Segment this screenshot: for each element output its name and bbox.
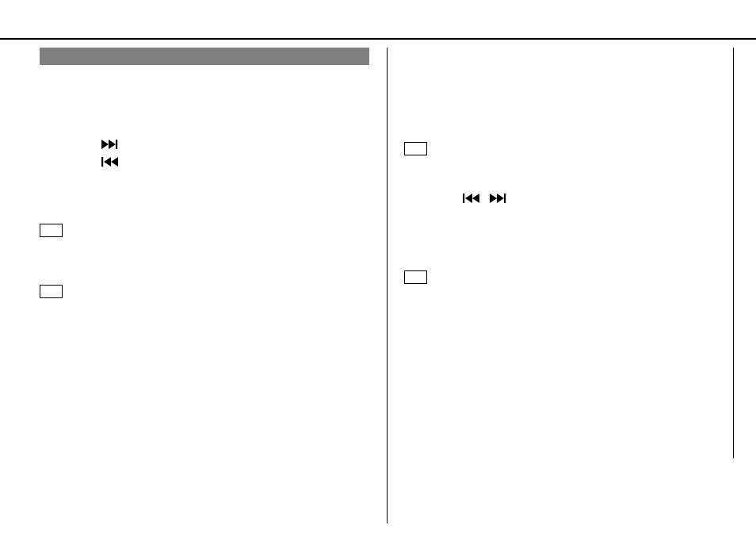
right-column: Playing tracks repeatedly (Repeat Play) … (387, 48, 734, 458)
skip-backward-row: Press repeatedly to go backward. (40, 157, 369, 167)
tip-text: During playback pause, no sound is heard… (40, 241, 369, 255)
tip-box: Tip (40, 285, 63, 298)
left-column: Locating a particular point in a track (… (40, 48, 387, 533)
skip-forward-icon (490, 194, 507, 203)
svg-rect-3 (101, 157, 103, 167)
svg-marker-4 (104, 157, 111, 167)
skip-forward-row: Press repeatedly to go forward. (40, 140, 369, 149)
left-intro-text: You can locate a particular point in a t… (40, 109, 369, 123)
tip-text: If the disc reaches the end while you ar… (40, 302, 369, 316)
right-heading: Playing tracks repeatedly (404, 57, 733, 70)
tip-box: Tip (404, 142, 427, 155)
top-horizontal-rule (0, 38, 756, 40)
svg-marker-0 (101, 140, 109, 149)
tip-box: Tip (40, 224, 63, 237)
right-below-icons-text: Then press ENTER to confirm. (404, 211, 733, 224)
right-intro-text: You can play tracks repeatedly in variou… (404, 92, 733, 105)
tip-text: Press the MENU button and use the skip c… (404, 159, 733, 173)
right-subheading: (Repeat Play) (404, 73, 733, 84)
svg-marker-9 (490, 194, 497, 203)
right-tip-2: Tip Repeat mode remains until you change… (404, 270, 733, 301)
left-subheading: (Search) (40, 90, 369, 102)
skip-backward-text: Press repeatedly to go backward. (124, 157, 253, 167)
svg-marker-5 (111, 157, 118, 167)
svg-rect-2 (116, 140, 117, 149)
skip-backward-icon (101, 157, 119, 167)
skip-icon-pair-row: Use the skip controls to change selectio… (404, 194, 733, 203)
skip-pair-text: Use the skip controls to change selectio… (512, 194, 673, 203)
svg-marker-10 (497, 194, 504, 203)
left-tip-2: Tip If the disc reaches the end while yo… (40, 285, 369, 316)
skip-backward-icon (463, 194, 480, 203)
two-column-layout: Locating a particular point in a track (… (40, 48, 734, 533)
page-container: Locating a particular point in a track (… (40, 48, 734, 533)
svg-marker-1 (109, 140, 116, 149)
right-tip-1: Tip Press the MENU button and use the sk… (404, 142, 733, 173)
svg-rect-6 (463, 194, 464, 203)
svg-marker-7 (465, 194, 472, 203)
svg-marker-8 (472, 194, 479, 203)
left-tip-1: Tip During playback pause, no sound is h… (40, 224, 369, 255)
svg-rect-11 (504, 194, 506, 203)
section-title-bar (40, 48, 369, 65)
left-release-text: Release the button at the desired point. (40, 174, 369, 188)
tip-box: Tip (404, 270, 427, 284)
skip-forward-text: Press repeatedly to go forward. (124, 140, 245, 149)
left-heading: Locating a particular point in a track (40, 76, 369, 89)
tip-text: Repeat mode remains until you change it … (404, 288, 733, 301)
skip-forward-icon (101, 140, 119, 149)
